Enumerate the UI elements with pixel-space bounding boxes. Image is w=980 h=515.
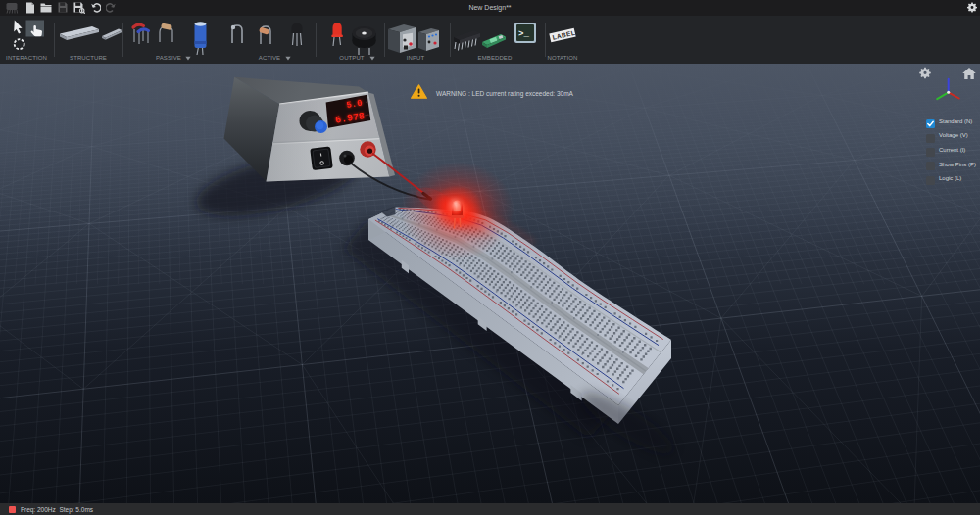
- svg-text:>_: >_: [518, 29, 529, 39]
